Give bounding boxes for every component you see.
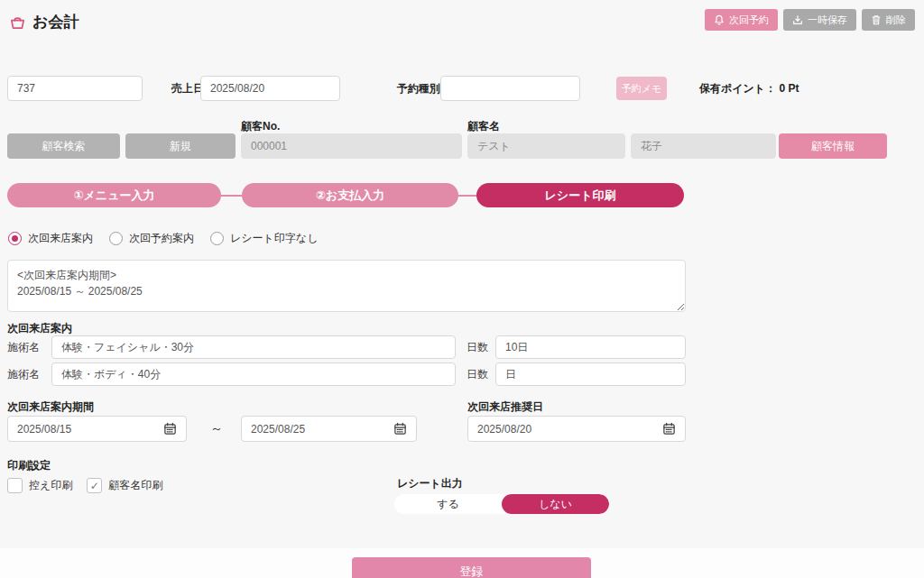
checkbox-label: 控え印刷	[29, 478, 72, 493]
date-value: 2025/08/25	[251, 423, 393, 436]
period-start-date-input[interactable]: 2025/08/15	[7, 416, 187, 442]
radio-label: レシート印字なし	[230, 231, 318, 246]
days-input-2[interactable]	[495, 362, 686, 386]
basket-icon	[9, 14, 26, 32]
reservation-type-label: 予約種別	[397, 76, 440, 101]
delete-button[interactable]: 削除	[862, 9, 915, 31]
tab-receipt-print[interactable]: レシート印刷	[476, 183, 684, 207]
print-settings-section-label: 印刷設定	[7, 458, 51, 473]
copy-print-checkbox[interactable]: 控え印刷	[7, 478, 72, 493]
header-actions: 次回予約 一時保存 削除	[705, 9, 915, 31]
days-label: 日数	[467, 335, 488, 359]
service-name-input-1[interactable]	[51, 335, 456, 359]
checkbox-icon	[7, 478, 23, 493]
temp-save-button[interactable]: 一時保存	[783, 9, 856, 31]
customer-new-button[interactable]: 新規	[125, 133, 236, 159]
radio-icon	[210, 232, 224, 245]
reservation-type-input[interactable]	[440, 76, 580, 101]
print-settings-checkboxes: 控え印刷 ✓ 顧客名印刷	[7, 478, 162, 493]
customer-name-print-checkbox[interactable]: ✓ 顧客名印刷	[87, 478, 162, 493]
checkbox-label: 顧客名印刷	[108, 478, 162, 493]
sale-no-input[interactable]	[7, 76, 143, 101]
service-name-label: 施術名	[7, 362, 40, 386]
page-title: お会計	[32, 12, 79, 32]
calendar-icon	[662, 422, 676, 436]
temp-save-label: 一時保存	[808, 14, 847, 27]
reservation-memo-button[interactable]: 予約メモ	[616, 77, 667, 100]
delete-label: 削除	[886, 14, 906, 27]
guide-memo-textarea[interactable]: <次回来店案内期間> 2025/08/15 ～ 2025/08/25	[7, 260, 686, 312]
points-text: 保有ポイント： 0 Pt	[699, 76, 799, 101]
radio-next-visit-guide[interactable]: 次回来店案内	[8, 231, 93, 246]
radio-no-receipt-print[interactable]: レシート印字なし	[210, 231, 318, 246]
calendar-icon	[393, 422, 407, 436]
customer-search-button[interactable]: 顧客検索	[7, 133, 120, 159]
recommended-date-label: 次回来店推奨日	[467, 399, 543, 415]
receipt-output-toggle: する しない	[394, 494, 609, 514]
submit-button[interactable]: 登録	[352, 557, 591, 578]
receipt-type-radios: 次回来店案内 次回予約案内 レシート印字なし	[8, 231, 318, 246]
service-name-label: 施術名	[7, 335, 40, 359]
radio-label: 次回来店案内	[28, 231, 93, 246]
checkbox-checked-icon: ✓	[87, 478, 102, 493]
next-reservation-button[interactable]: 次回予約	[705, 9, 778, 31]
guide-period-section-label: 次回来店案内期間	[7, 399, 94, 415]
sale-date-input[interactable]	[200, 76, 340, 101]
customer-lastname-input	[467, 133, 625, 159]
tab-payment-input[interactable]: ②お支払入力	[242, 183, 458, 207]
next-visit-guide-section-label: 次回来店案内	[7, 321, 72, 336]
customer-no-input	[241, 133, 462, 159]
trash-icon	[871, 14, 882, 25]
date-value: 2025/08/15	[17, 423, 163, 436]
toggle-option-no[interactable]: しない	[502, 494, 609, 514]
customer-info-button[interactable]: 顧客情報	[779, 133, 887, 159]
radio-icon	[8, 232, 22, 245]
radio-icon	[109, 232, 123, 245]
toggle-option-yes[interactable]: する	[394, 494, 502, 514]
period-tilde: ～	[200, 416, 233, 442]
checkout-page: お会計 次回予約 一時保存 削除 売上日 予約種	[0, 0, 924, 578]
sale-date-label: 売上日	[171, 76, 204, 101]
customer-no-label: 顧客No.	[241, 119, 280, 134]
receipt-output-label: レシート出力	[397, 476, 463, 491]
customer-firstname-input	[631, 133, 776, 159]
bell-icon	[714, 14, 725, 25]
next-reservation-label: 次回予約	[729, 14, 769, 27]
date-value: 2025/08/20	[477, 423, 662, 436]
customer-name-label: 顧客名	[467, 119, 500, 134]
save-icon	[792, 14, 803, 25]
days-label: 日数	[467, 362, 488, 386]
tab-menu-input[interactable]: ①メニュー入力	[7, 183, 221, 207]
period-end-date-input[interactable]: 2025/08/25	[241, 416, 417, 442]
service-name-input-2[interactable]	[51, 362, 456, 386]
days-input-1[interactable]	[495, 335, 686, 359]
calendar-icon	[163, 422, 177, 436]
radio-label: 次回予約案内	[129, 231, 194, 246]
radio-next-reservation-guide[interactable]: 次回予約案内	[109, 231, 194, 246]
recommended-date-input[interactable]: 2025/08/20	[467, 416, 686, 442]
